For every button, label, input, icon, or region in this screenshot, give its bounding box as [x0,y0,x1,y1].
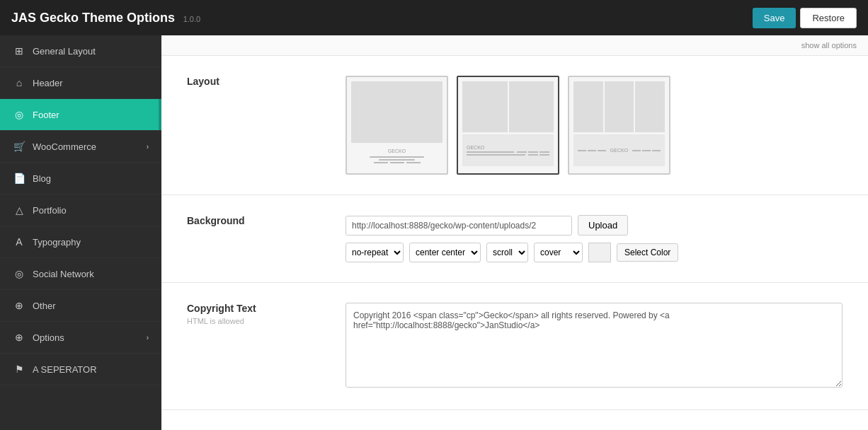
thumb2-dot-3 [539,151,549,153]
sidebar-label-general-layout: General Layout [33,46,96,57]
show-all-options-link[interactable]: show all options [801,41,857,50]
copyright-textarea[interactable]: Copyright 2016 <span class="cp">Gecko</s… [346,303,843,388]
thumb3-col-1 [573,81,603,132]
sidebar-item-general-layout[interactable]: ⊞ General Layout [0,35,161,67]
background-section: Background Upload no-repeat repeat repea… [161,195,868,283]
save-button[interactable]: Save [753,8,796,28]
portfolio-icon: △ [13,204,25,216]
thumb2-dot-4 [528,154,538,156]
topbar: JAS Gecko Theme Options 1.0.0 Save Resto… [0,0,868,35]
thumb1-footer: GECKO [351,145,442,166]
layout-content: GECKO [346,76,843,175]
copyright-label-col: Copyright Text HTML is allowed [187,303,329,325]
color-swatch[interactable] [588,243,611,262]
select-color-button[interactable]: Select Color [617,243,678,262]
thumb3-section-1 [578,150,606,151]
general-layout-icon: ⊞ [13,45,25,57]
thumb3-dot-1 [578,150,586,151]
separator-icon: ⚑ [13,364,25,375]
thumb2-dot-2 [528,151,538,153]
copyright-content: Copyright 2016 <span class="cp">Gecko</s… [346,303,843,390]
thumb3-col-2 [605,81,634,132]
sidebar-item-options[interactable]: ⊕ Options › [0,322,161,354]
sidebar-item-header[interactable]: ⌂ Header [0,67,161,99]
sidebar-label-footer: Footer [33,110,59,120]
thumb2-col-1 [462,81,508,132]
background-url-input[interactable] [346,216,572,236]
thumb2-title: GECKO [467,145,549,150]
header-icon: ⌂ [13,77,25,88]
sidebar-label-other: Other [33,301,56,311]
sidebar-label-header: Header [33,78,63,88]
layout-thumbnails: GECKO [346,76,843,175]
thumb2-dot-1 [517,151,527,153]
sidebar-label-typography: Typography [33,237,81,248]
app-version: 1.0.0 [183,15,200,23]
thumb3-title: GECKO [610,148,628,153]
options-chevron-icon: › [147,334,149,342]
sidebar-item-woocommerce[interactable]: 🛒 WooCommerce › [0,131,161,163]
layout-section: Layout GECKO [161,56,868,195]
sidebar-item-blog[interactable]: 📄 Blog [0,163,161,194]
background-size-select[interactable]: cover contain auto [534,243,583,262]
background-url-row: Upload [346,215,843,236]
layout-thumb-2[interactable]: GECKO [457,76,559,175]
thumb2-line2 [467,154,525,156]
thumb3-dot-6 [652,150,661,151]
thumb3-body [573,81,665,132]
app-title: JAS Gecko Theme Options [11,11,175,25]
sidebar-item-portfolio[interactable]: △ Portfolio [0,194,161,226]
thumb2-footer: GECKO [462,134,554,166]
thumb3-col-3 [635,81,665,132]
thumb3-section-2 [632,150,661,151]
sidebar-item-typography[interactable]: A Typography [0,226,161,258]
sidebar-item-other[interactable]: ⊕ Other [0,290,161,322]
show-all-options-bar: show all options [161,35,868,56]
sidebar-label-separator: A SEPERATOR [33,364,97,375]
sidebar-item-social-network[interactable]: ◎ Social Network [0,258,161,290]
sidebar-label-portfolio: Portfolio [33,205,67,216]
layout-thumb-1[interactable]: GECKO [346,76,448,175]
footer-icon: ◎ [13,109,25,120]
sidebar-label-social-network: Social Network [33,269,94,279]
topbar-title-area: JAS Gecko Theme Options 1.0.0 [11,11,200,25]
layout-thumb-3[interactable]: GECKO [568,76,670,175]
thumb1-dot-2 [390,162,404,163]
layout-thumb-1-inner: GECKO [347,77,447,170]
background-attachment-select[interactable]: scroll fixed [486,243,528,262]
thumb1-title: GECKO [388,149,406,153]
typography-icon: A [13,236,25,248]
thumb3-footer: GECKO [573,134,665,166]
sidebar-label-woocommerce: WooCommerce [33,141,96,152]
thumb1-dot-1 [374,162,388,163]
options-icon: ⊕ [13,332,25,343]
topbar-actions: Save Restore [753,8,857,28]
background-position-select[interactable]: center center top left top right [409,243,481,262]
layout-label: Layout [187,76,329,87]
copyright-sublabel: HTML is allowed [187,317,329,325]
layout-thumb-3-inner: GECKO [569,77,669,170]
thumb1-dots [374,162,421,163]
background-repeat-select[interactable]: no-repeat repeat repeat-x repeat-y [346,243,404,262]
restore-button[interactable]: Restore [800,8,857,28]
thumb3-dot-4 [632,150,641,151]
copyright-label: Copyright Text [187,303,329,314]
thumb3-dot-3 [598,150,606,151]
upload-button[interactable]: Upload [578,215,628,236]
thumb3-dot-2 [588,150,596,151]
thumb2-dot-5 [539,154,549,156]
sidebar-item-footer[interactable]: ◎ Footer [0,99,161,131]
copyright-section: Copyright Text HTML is allowed Copyright… [161,283,868,410]
background-label: Background [187,215,329,226]
layout-section-row: Layout GECKO [187,76,843,175]
thumb2-col-2 [509,81,554,132]
thumb1-line2 [379,159,416,161]
sidebar-item-separator[interactable]: ⚑ A SEPERATOR [0,354,161,385]
layout-thumb-2-inner: GECKO [458,77,558,170]
social-network-icon: ◎ [13,268,25,279]
sidebar-label-options: Options [33,332,64,343]
thumb1-line1 [370,156,424,158]
thumb2-footer-row [467,151,549,153]
thumb2-dots [517,151,549,153]
background-content: Upload no-repeat repeat repeat-x repeat-… [346,215,843,262]
